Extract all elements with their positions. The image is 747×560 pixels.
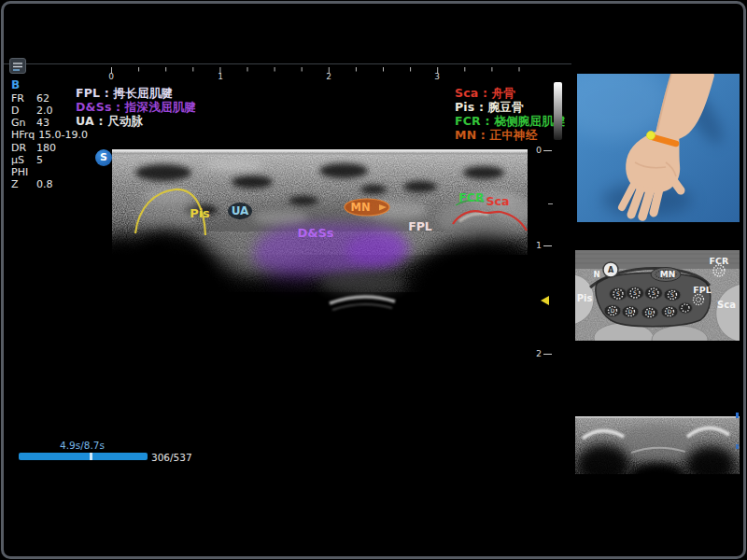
mode-indicator: B — [11, 78, 20, 91]
diagram-label-pis: Pis — [577, 293, 593, 303]
thumbnail-marker-icon — [736, 413, 739, 418]
param-label: PHI — [11, 166, 36, 178]
ruler-ticks — [107, 66, 528, 77]
param-value: 0.8 — [36, 178, 53, 190]
probe-orientation-dot — [647, 132, 655, 140]
legend-item-ua: UA : 尺动脉 — [76, 114, 143, 130]
menu-icon — [12, 62, 23, 72]
depth-number: 0 — [536, 145, 542, 155]
anatomy-cross-section-diagram[interactable]: S S S S D D D D N A MN FCR FPL Pis Sca — [575, 250, 740, 341]
param-row: FR62 — [11, 92, 49, 105]
param-label: HFrq — [11, 129, 38, 141]
scan-label-fpl: FPL — [408, 219, 432, 233]
param-label: D — [11, 105, 36, 117]
probe-position-photo[interactable] — [577, 74, 740, 222]
diagram-label-fpl: FPL — [693, 285, 712, 295]
tendon-label-d: D — [668, 308, 672, 315]
cine-position-marker[interactable] — [90, 453, 92, 460]
tendon-label-s: S — [633, 289, 637, 296]
depth-label-1: 1 — [536, 240, 552, 250]
depth-tick — [548, 203, 553, 205]
depth-tick — [543, 150, 552, 152]
param-label: DR — [11, 142, 36, 154]
cine-time-display: 4.9s/8.7s — [51, 440, 113, 451]
depth-tick — [543, 245, 552, 247]
param-value: 62 — [36, 92, 49, 105]
depth-tick-half — [546, 198, 553, 208]
ruler-label-2: 2 — [321, 72, 336, 81]
legend-item-mn: MN : 正中神经 — [455, 128, 537, 144]
tendon-label-s: S — [652, 289, 655, 296]
scan-label-pis: Pis — [190, 206, 210, 220]
param-row: D2.0 — [11, 105, 53, 117]
diagram-label-sca: Sca — [717, 300, 736, 310]
param-row: μS5 — [11, 154, 43, 166]
param-row: DR180 — [11, 142, 56, 154]
ruler-label-0: 0 — [104, 72, 119, 81]
scan-label-mn: MN — [350, 201, 370, 214]
reference-ultrasound-thumbnail[interactable] — [575, 411, 740, 487]
param-row: HFrq15.0-19.0 — [11, 129, 88, 141]
hand-photo-image — [577, 74, 740, 222]
param-row: Z0.8 — [11, 178, 53, 190]
param-value: 180 — [36, 142, 56, 154]
tendon-label-d: D — [648, 309, 653, 315]
param-label: Gn — [11, 117, 36, 129]
depth-number: 1 — [536, 240, 542, 250]
focus-position-marker[interactable] — [541, 296, 549, 305]
reference-ultrasound-image — [575, 411, 740, 487]
param-label: Z — [11, 178, 36, 190]
param-value: 2.0 — [36, 105, 53, 117]
diagram-label-mn: MN — [660, 270, 676, 279]
param-row: Gn43 — [11, 117, 49, 129]
diagram-label-n: N — [593, 270, 599, 279]
main-ultrasound-display: Pis UA D&Ss MN FPL FCR Sca — [112, 143, 528, 387]
cine-progress-bar[interactable] — [19, 453, 148, 460]
thumbnail-marker-icon — [736, 444, 739, 449]
tendon-label-s: S — [670, 291, 674, 298]
tendon-label-s: S — [616, 290, 620, 297]
ultrasound-app-window: B FR62 D2.0 Gn43 HFrq15.0-19.0 DR180 μS5… — [0, 0, 747, 560]
param-value: 5 — [36, 154, 43, 166]
menu-button[interactable] — [9, 58, 26, 74]
depth-label-0: 0 — [536, 145, 552, 155]
depth-number: 2 — [536, 348, 542, 358]
tendon-label-d: D — [628, 308, 633, 315]
param-label: μS — [11, 154, 36, 166]
grayscale-map-bar — [554, 82, 562, 140]
diagram-label-a: A — [608, 266, 614, 274]
scan-label-dss: D&Ss — [297, 226, 333, 240]
width-ruler — [107, 63, 528, 81]
depth-label-2: 2 — [536, 348, 552, 358]
param-row: PHI — [11, 166, 36, 178]
cine-frame-counter: 306/537 — [151, 452, 192, 463]
depth-tick — [543, 354, 552, 356]
scan-label-sca: Sca — [486, 194, 510, 208]
ruler-label-3: 3 — [430, 72, 444, 81]
ultrasound-scan-image: Pis UA D&Ss MN FPL FCR Sca — [112, 143, 528, 387]
param-label: FR — [11, 92, 36, 105]
param-value: 43 — [36, 117, 49, 129]
param-value: 15.0-19.0 — [38, 129, 88, 141]
vendor-logo: S — [95, 149, 112, 166]
anatomy-diagram-image: S S S S D D D D N A MN FCR FPL Pis Sca — [575, 250, 740, 341]
scan-label-ua: UA — [232, 204, 249, 217]
scan-label-fcr: FCR — [458, 190, 485, 204]
tendon-label-d: D — [611, 307, 615, 314]
diagram-label-fcr: FCR — [710, 256, 729, 266]
ruler-label-1: 1 — [213, 72, 228, 81]
